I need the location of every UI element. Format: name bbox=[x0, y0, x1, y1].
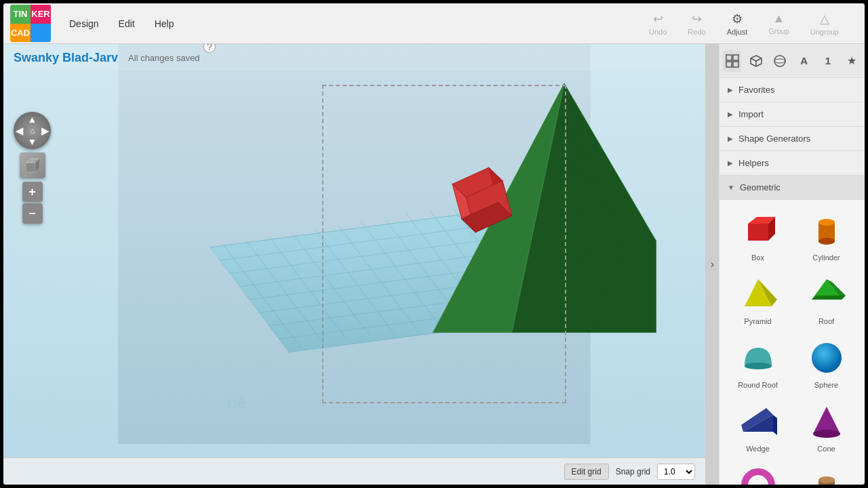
cone-visual bbox=[806, 401, 847, 442]
shape-generators-arrow: ▶ bbox=[728, 135, 733, 142]
import-arrow: ▶ bbox=[728, 110, 733, 118]
redo-button[interactable]: ↪ Redo bbox=[682, 9, 711, 39]
wedge-visual bbox=[738, 401, 778, 442]
save-status: All changes saved bbox=[128, 53, 200, 63]
import-label: Import bbox=[738, 109, 764, 119]
zoom-controls: + − bbox=[22, 182, 43, 224]
project-bar: Swanky Blad-Jarv All changes saved bbox=[3, 44, 705, 71]
redo-label: Redo bbox=[688, 28, 705, 36]
svg-point-56 bbox=[818, 219, 835, 226]
cube-view-button[interactable] bbox=[747, 50, 765, 72]
logo-k bbox=[31, 24, 51, 43]
adjust-label: Adjust bbox=[727, 28, 748, 36]
adjust-icon: ⚙ bbox=[732, 12, 743, 26]
geometric-arrow: ▼ bbox=[728, 184, 734, 191]
adjust-button[interactable]: ⚙ Adjust bbox=[722, 9, 753, 39]
ungroup-button[interactable]: △ Ungroup bbox=[805, 9, 844, 39]
helpers-section-header[interactable]: ▶ Helpers bbox=[719, 151, 865, 176]
logo-n: CAD bbox=[10, 24, 31, 43]
grid-view-button[interactable] bbox=[723, 50, 741, 72]
svg-marker-62 bbox=[812, 296, 846, 300]
geometric-section-header[interactable]: ▼ Geometric bbox=[719, 176, 865, 200]
wedge-label: Wedge bbox=[746, 445, 770, 453]
svg-point-57 bbox=[818, 238, 835, 245]
group-button[interactable]: ▲ Group bbox=[763, 9, 795, 38]
undo-icon: ↩ bbox=[653, 12, 663, 26]
compass-right: ▶ bbox=[41, 125, 49, 136]
svg-rect-42 bbox=[726, 55, 732, 60]
geometric-label: Geometric bbox=[740, 182, 781, 192]
sphere-label: Sphere bbox=[814, 381, 838, 389]
favorites-view-button[interactable]: ★ bbox=[843, 50, 861, 72]
menu-bar: Design Edit Help bbox=[61, 13, 182, 35]
round-roof-visual bbox=[738, 338, 778, 378]
ungroup-label: Ungroup bbox=[810, 28, 839, 36]
box-visual bbox=[738, 210, 778, 251]
favorites-section-header[interactable]: ▶ Favorites bbox=[719, 78, 865, 102]
svg-marker-67 bbox=[773, 415, 777, 435]
favorites-arrow: ▶ bbox=[728, 86, 733, 94]
logo[interactable]: TIN KER CAD bbox=[10, 5, 51, 42]
import-section-header[interactable]: ▶ Import bbox=[719, 102, 865, 127]
number-view-button[interactable]: 1 bbox=[818, 50, 837, 72]
helpers-label: Helpers bbox=[738, 158, 769, 168]
zoom-in-button[interactable]: + bbox=[22, 182, 43, 202]
viewport[interactable]: Swanky Blad-Jarv All changes saved ? ▲ ▼… bbox=[3, 44, 705, 485]
shape-cylinder[interactable]: Cylinder bbox=[795, 207, 858, 265]
roof-visual bbox=[806, 274, 847, 314]
edit-grid-button[interactable]: Edit grid bbox=[564, 464, 609, 480]
sphere-view-button[interactable] bbox=[771, 50, 789, 72]
project-name[interactable]: Swanky Blad-Jarv bbox=[14, 51, 118, 65]
undo-label: Undo bbox=[649, 28, 667, 36]
sidebar-toggle-button[interactable]: › bbox=[705, 44, 719, 485]
round-roof-label: Round Roof bbox=[738, 381, 778, 389]
shape-cylinder2[interactable] bbox=[795, 462, 858, 485]
undo-button[interactable]: ↩ Undo bbox=[644, 9, 672, 39]
shape-round-roof[interactable]: Round Roof bbox=[726, 334, 789, 392]
zoom-out-button[interactable]: − bbox=[22, 203, 43, 224]
shape-sphere[interactable]: Sphere bbox=[795, 334, 858, 392]
cylinder-visual bbox=[806, 210, 847, 251]
shape-box[interactable]: Box bbox=[726, 207, 789, 265]
3d-scene[interactable]: ne bbox=[3, 44, 705, 444]
menu-edit[interactable]: Edit bbox=[111, 13, 143, 35]
helpers-arrow: ▶ bbox=[728, 159, 733, 167]
compass-left: ◀ bbox=[16, 125, 23, 136]
bottom-bar: Edit grid Snap grid 0.1 0.5 1.0 2.0 5.0 … bbox=[3, 458, 705, 485]
view-cube[interactable] bbox=[20, 152, 45, 178]
compass-control[interactable]: ▲ ▼ ◀ ▶ ⌂ bbox=[14, 112, 51, 149]
logo-i: KER bbox=[31, 5, 51, 24]
svg-rect-45 bbox=[733, 62, 738, 67]
chevron-right-icon: › bbox=[711, 258, 714, 270]
right-panel: A 1 ★ ▶ Favorites ▶ Im bbox=[719, 44, 865, 485]
ungroup-icon: △ bbox=[820, 12, 829, 26]
main-content: Swanky Blad-Jarv All changes saved ? ▲ ▼… bbox=[3, 44, 865, 485]
svg-point-63 bbox=[745, 363, 772, 369]
text-view-button[interactable]: A bbox=[795, 50, 813, 72]
navigation-controls: ▲ ▼ ◀ ▶ ⌂ + − bbox=[14, 112, 51, 224]
box-label: Box bbox=[751, 253, 764, 262]
shape-cone[interactable]: Cone bbox=[795, 398, 858, 456]
svg-point-70 bbox=[745, 472, 772, 485]
menu-help[interactable]: Help bbox=[146, 13, 182, 35]
shape-pyramid[interactable]: Pyramid bbox=[726, 270, 789, 329]
shape-roof[interactable]: Roof bbox=[795, 270, 858, 329]
snap-grid-select[interactable]: 0.1 0.5 1.0 2.0 5.0 10.0 bbox=[657, 464, 695, 480]
svg-text:ne: ne bbox=[226, 392, 246, 411]
pyramid-label: Pyramid bbox=[744, 317, 771, 325]
shapes-grid: Box Cylinder bbox=[726, 207, 858, 485]
svg-point-51 bbox=[774, 59, 785, 63]
shape-wedge[interactable]: Wedge bbox=[726, 398, 789, 456]
svg-line-47 bbox=[751, 58, 756, 61]
group-icon: ▲ bbox=[773, 12, 785, 26]
shape-generators-label: Shape Generators bbox=[738, 134, 810, 144]
geometric-shapes-grid: Box Cylinder bbox=[719, 200, 865, 485]
redo-icon: ↪ bbox=[692, 12, 702, 26]
menu-design[interactable]: Design bbox=[61, 13, 107, 35]
pyramid-visual bbox=[738, 274, 778, 314]
favorites-label: Favorites bbox=[738, 85, 774, 95]
cone-label: Cone bbox=[817, 445, 835, 453]
shape-generators-section-header[interactable]: ▶ Shape Generators bbox=[719, 127, 865, 151]
panel-sections: ▶ Favorites ▶ Import ▶ Shape Generators … bbox=[719, 78, 865, 485]
shape-torus[interactable] bbox=[726, 462, 789, 485]
